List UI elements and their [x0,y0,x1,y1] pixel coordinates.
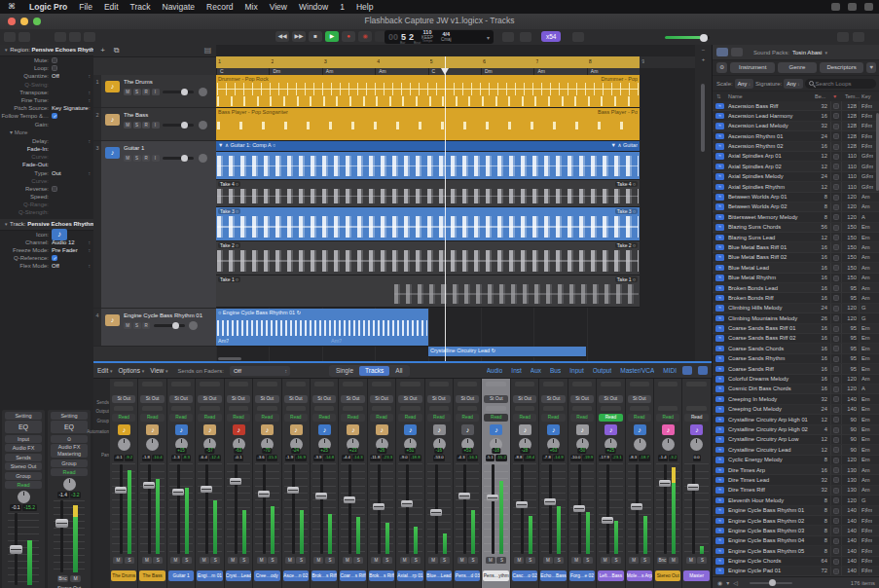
track-r-button[interactable]: R [142,322,150,329]
channel-s-button[interactable]: S [697,557,707,564]
track-r-button[interactable]: R [142,122,150,129]
take-lane-take-1[interactable]: Take 1 ○Take 1 ○ [216,276,640,308]
track-name[interactable]: The Drums [124,79,213,85]
loop-row[interactable]: ≈Coarse Sands Bass Riff 021695Em [713,334,879,344]
loop-favorite-checkbox[interactable] [833,366,839,372]
channel-m-button[interactable]: M [371,557,381,564]
loop-row[interactable]: ≈Blue Metal Lead16150Am [713,263,879,273]
lcd-signature-group[interactable]: 4/4 Cmaj [441,32,452,42]
loop-favorite-checkbox[interactable] [833,346,839,351]
mixer-strip-casc-o-02[interactable]: St OutRead♪-28-8.8-18.4MSCasc…o 02 [511,379,539,588]
fader-cap[interactable] [201,486,212,493]
loop-favorite-checkbox[interactable] [833,113,839,119]
mixer-strip-the-drums[interactable]: St OutRead♪-0.1-9.2MSThe Drums [110,379,138,588]
output-button[interactable]: St Out [570,395,594,403]
sends-slot[interactable] [429,382,449,386]
channel-name-tab[interactable]: Brok…s Riff [369,570,394,581]
parameter-checkbox[interactable] [52,57,57,63]
take-lane-take-4[interactable]: Take 4 ○Take 4 ○ [216,180,640,207]
take-label-right[interactable]: Take 1 ○ [615,276,638,282]
sends-slot[interactable] [686,382,706,386]
loop-row[interactable]: ≈Axial Spindles Rhythm12110G♯m [713,182,879,192]
sends-slot[interactable] [286,382,306,386]
parameter-checkbox[interactable] [52,65,57,71]
stepper-icon[interactable]: ↕ [89,105,92,111]
automation-read-button[interactable]: Read [684,414,708,422]
fader-cap[interactable] [230,478,241,485]
fader-cap[interactable] [143,482,155,489]
loop-favorite-checkbox[interactable] [833,326,839,332]
sends-slot[interactable] [601,382,620,386]
loop-favorite-checkbox[interactable] [833,154,839,160]
loop-row[interactable]: ≈Crystalline Circuitry Lead1290Em [713,445,879,455]
fader[interactable] [370,463,393,555]
group-slot[interactable]: Group [5,472,42,480]
loop-row[interactable]: ≈Dire Times Arp16130Am [713,465,879,475]
comp-region-waveform[interactable] [216,152,640,180]
section-more[interactable]: ▾ More [0,129,93,137]
instrument-filter-button[interactable]: Instrument [730,62,775,73]
sends-slot[interactable] [229,382,248,386]
automation-read-button[interactable]: Read [398,414,421,422]
fader[interactable] [628,463,651,555]
pan-knob[interactable] [662,438,675,451]
track-r-button[interactable]: R [142,155,150,162]
automation-read-button[interactable]: Read [112,414,135,422]
setting-button[interactable]: Setting [51,412,88,420]
mixer-strip-left-bass[interactable]: St OutRead♪+25-17.9-23.1MSLeft…Bass [597,379,625,588]
loop-row[interactable]: ≈Climbing Mountains Melody26120G [713,313,879,323]
channel-m-button[interactable]: M [113,557,123,564]
loop-favorite-checkbox[interactable] [833,336,839,342]
channel-m-button[interactable]: M [313,557,323,564]
channel-name-tab[interactable]: Mole…s Arp [627,570,652,581]
tracks-workspace[interactable]: 12345678910 CDmAmAmCDmAmAm Drummer - Pop… [216,45,695,361]
loop-favorite-checkbox[interactable] [833,244,839,250]
toggle-library-icon[interactable] [4,32,16,42]
loop-row[interactable]: ≈Engine Cycle Bass Rhythm 038140F♯m [713,526,879,535]
track-i-button[interactable]: I [152,155,160,162]
channel-s-button[interactable]: S [353,557,363,564]
toolbar-icon[interactable] [69,32,81,42]
fader[interactable] [227,463,250,555]
channel-m-button[interactable]: M [543,557,553,564]
fader[interactable] [54,500,85,572]
loop-favorite-checkbox[interactable] [833,225,839,231]
channel-s-button[interactable]: S [182,557,192,564]
channel-m-button[interactable]: M [70,575,81,582]
toolbar-icon[interactable] [84,32,95,42]
track-header-the-bass[interactable]: 2♪The BassMSRI [93,108,216,141]
group-slot[interactable] [200,406,219,411]
output-button[interactable]: St Out [169,395,193,403]
automation-read-button[interactable]: Read [227,414,250,422]
take-label[interactable]: Take 3 ○ [218,208,240,214]
sound-packs-value[interactable]: Tosin Abasi [792,50,822,55]
inspector-row[interactable]: Follow Tempo &… [0,112,93,120]
mixer-filter-aux[interactable]: Aux [531,367,541,374]
output-button[interactable]: St Out [513,395,536,403]
loop-favorite-checkbox[interactable] [833,467,839,473]
search-input[interactable]: Search Loops [805,79,876,89]
mixer-view-single[interactable]: Single [330,366,359,376]
loop-row[interactable]: ≈Cyclic Energy Melody8120Em [713,456,879,465]
channel-s-button[interactable]: S [153,557,163,564]
fader-cap[interactable] [487,495,498,501]
loop-row[interactable]: ≈Ascension Rhythm 0216128F♯m [713,142,879,152]
channel-m-button[interactable]: M [142,557,152,564]
inspector-row[interactable]: Flex Mode:Off↕ [0,262,93,270]
input-slot[interactable]: Input [5,435,42,443]
fader[interactable] [341,463,364,555]
automation-read-button[interactable]: Read [169,414,193,422]
sends-slot[interactable] [171,382,191,386]
fader-cap[interactable] [258,491,270,497]
track-name[interactable]: The Bass [124,112,213,118]
fader-cap[interactable] [458,493,470,499]
rewind-button[interactable]: ◀◀ [275,31,289,42]
fader-cap[interactable] [172,489,184,496]
mixer-filter-output[interactable]: Output [593,367,612,374]
mixer-view-all[interactable]: All [389,366,408,376]
channel-m-button[interactable]: M [257,557,267,564]
channel-s-button[interactable]: S [239,557,249,564]
mixer-strip-brok-s-riff[interactable]: St OutRead♪-26-11.8-23.3MSBrok…s Riff [368,379,396,588]
inspector-row[interactable]: Loop: [0,64,93,72]
loop-favorite-checkbox[interactable] [833,124,839,129]
